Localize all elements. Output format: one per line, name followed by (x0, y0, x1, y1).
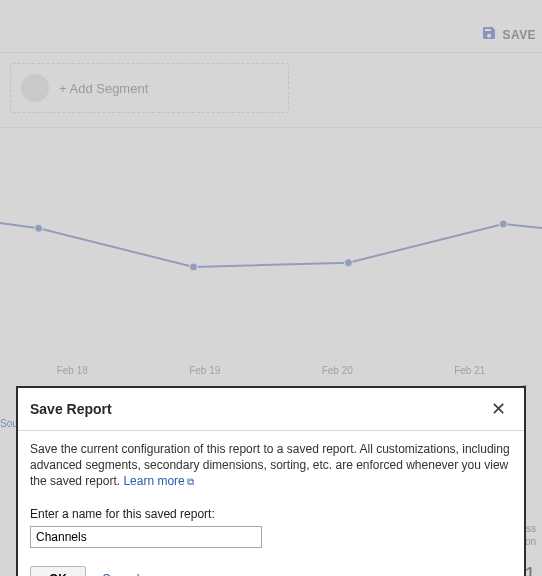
modal-title: Save Report (30, 401, 112, 417)
report-name-label: Enter a name for this saved report: (30, 506, 512, 522)
close-icon[interactable]: ✕ (485, 398, 512, 420)
external-link-icon: ⧉ (187, 476, 194, 487)
ok-button[interactable]: OK (30, 566, 86, 576)
cancel-button[interactable]: Cancel (102, 571, 139, 576)
modal-body: Save the current configuration of this r… (18, 431, 524, 576)
learn-more-link[interactable]: Learn more⧉ (123, 474, 193, 488)
modal-header: Save Report ✕ (18, 388, 524, 431)
modal-actions: OK Cancel (30, 566, 512, 576)
modal-description: Save the current configuration of this r… (30, 442, 510, 488)
report-name-input[interactable] (30, 526, 262, 548)
save-report-modal: Save Report ✕ Save the current configura… (16, 386, 526, 576)
